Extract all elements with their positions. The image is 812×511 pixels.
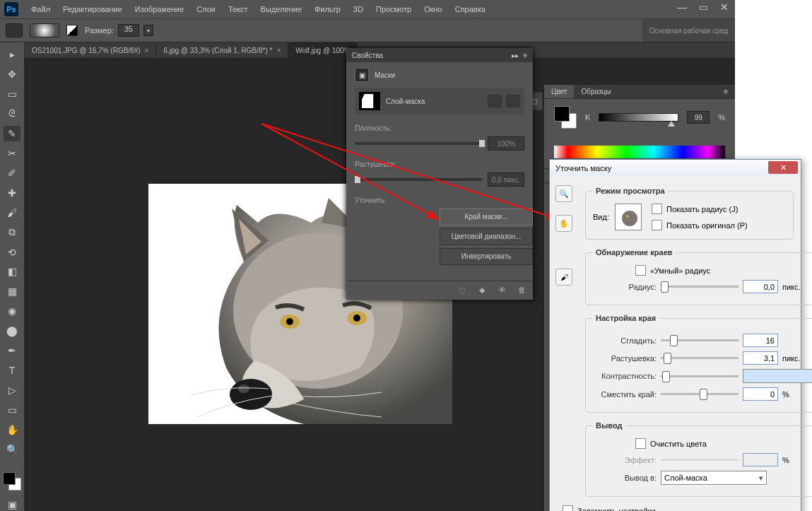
dialog-close-button[interactable]: ✕ — [768, 161, 798, 174]
close-button[interactable]: ✕ — [714, 0, 735, 14]
brush-preview-icon[interactable] — [30, 23, 59, 37]
refine-brush-icon[interactable]: 🖌 — [555, 269, 572, 286]
color-swatch-icon[interactable] — [3, 472, 21, 491]
delete-mask-icon[interactable]: 🗑 — [516, 286, 527, 295]
title-bar: Ps Файл Редактирование Изображение Слои … — [0, 0, 735, 18]
marquee-tool[interactable]: ▭ — [4, 86, 20, 102]
smart-radius-checkbox[interactable] — [635, 265, 646, 276]
path-select-tool[interactable]: ▷ — [4, 382, 20, 398]
maximize-button[interactable]: ▭ — [693, 0, 714, 14]
disable-mask-icon[interactable]: 👁 — [496, 286, 507, 295]
document-tab[interactable]: 6.jpg @ 33,3% (Слой 1, RGB/8*) *× — [156, 42, 288, 58]
zoom-tool[interactable]: 🔍 — [4, 442, 20, 457]
gradient-tool[interactable]: ▦ — [4, 283, 20, 299]
density-value[interactable]: 100% — [488, 136, 524, 151]
type-tool[interactable]: T — [4, 363, 20, 378]
color-range-button[interactable]: Цветовой диапазон... — [440, 228, 533, 245]
pen-tool[interactable]: ✒ — [4, 343, 20, 358]
tab-color[interactable]: Цвет — [544, 85, 574, 98]
panel-menu-icon[interactable]: ≡ — [523, 52, 527, 59]
color-value-input[interactable]: 99 — [687, 111, 710, 124]
feather-value[interactable]: 0,0 пикс. — [488, 172, 524, 187]
menu-item[interactable]: Фильтр — [309, 3, 346, 16]
tab-swatches[interactable]: Образцы — [574, 85, 618, 98]
menu-item[interactable]: Окно — [418, 3, 448, 16]
radius-slider[interactable] — [661, 286, 739, 288]
collapse-icon[interactable]: ▸▸ — [512, 52, 519, 59]
document-tab[interactable]: OS21001.JPG @ 16,7% (RGB/8#)× — [25, 42, 156, 58]
edge-detection-group: Обнаружение краев «Умный» радиус Радиус:… — [585, 248, 812, 305]
workspace-switcher[interactable]: Основная рабочая сред — [642, 19, 735, 42]
panel-menu-icon[interactable]: ≡ — [717, 85, 735, 98]
show-radius-checkbox[interactable] — [652, 204, 662, 214]
move-tool[interactable]: ✥ — [4, 66, 20, 82]
lasso-tool[interactable]: ᘓ — [4, 106, 20, 122]
blur-tool[interactable]: ◉ — [4, 303, 20, 319]
remember-checkbox[interactable] — [563, 505, 573, 511]
menu-item[interactable]: Справка — [449, 3, 491, 16]
history-brush-tool[interactable]: ⟲ — [4, 245, 20, 260]
hand-tool-icon[interactable]: ✋ — [555, 215, 572, 232]
brush-tool[interactable]: 🖌 — [4, 205, 20, 221]
menu-item[interactable]: Изображение — [129, 3, 189, 16]
feather-input[interactable] — [743, 351, 778, 365]
crop-tool[interactable]: ✂ — [4, 146, 20, 161]
collapse-icon[interactable]: ▸ — [4, 47, 20, 62]
brush-size-dropdown-icon[interactable]: ▾ — [143, 25, 153, 36]
shape-tool[interactable]: ▭ — [4, 402, 20, 418]
color-spectrum[interactable] — [554, 146, 725, 158]
menu-item[interactable]: Слои — [191, 3, 221, 16]
vector-mask-icon[interactable] — [506, 95, 520, 107]
contrast-input[interactable] — [743, 369, 812, 383]
mask-thumbnail[interactable] — [359, 92, 380, 110]
menu-item[interactable]: Выделение — [255, 3, 307, 16]
eyedropper-tool[interactable]: ✐ — [4, 165, 20, 181]
density-slider[interactable] — [355, 142, 482, 145]
apply-mask-icon[interactable]: ◆ — [476, 286, 488, 295]
zoom-tool-icon[interactable]: 🔍 — [555, 185, 572, 202]
show-original-checkbox[interactable] — [652, 220, 662, 230]
output-to-select[interactable]: Слой-маска — [661, 471, 767, 485]
quick-select-tool[interactable]: ✎ — [4, 126, 20, 141]
load-selection-icon[interactable]: ◌ — [457, 286, 468, 295]
shift-input[interactable] — [743, 387, 778, 401]
smooth-input[interactable] — [743, 334, 778, 347]
quickmask-toggle[interactable]: ▣ — [4, 497, 20, 511]
minimize-button[interactable]: — — [671, 0, 693, 14]
dodge-tool[interactable]: ⬤ — [4, 323, 20, 339]
smooth-slider[interactable] — [661, 339, 739, 341]
tab-close-icon[interactable]: × — [145, 47, 149, 54]
brush-size-input[interactable]: 35 — [118, 24, 139, 37]
menu-item[interactable]: 3D — [348, 3, 369, 16]
menu-item[interactable]: Просмотр — [370, 3, 417, 16]
feather-slider[interactable] — [661, 357, 739, 359]
tab-close-icon[interactable]: × — [276, 47, 281, 54]
view-mode-thumbnail[interactable] — [615, 204, 642, 230]
unit-label: пикс. — [782, 354, 808, 363]
stamp-tool[interactable]: ⧉ — [4, 225, 20, 240]
shift-slider[interactable] — [661, 393, 739, 395]
svg-point-11 — [622, 211, 637, 226]
eraser-tool[interactable]: ◧ — [4, 264, 20, 279]
radius-input[interactable] — [743, 280, 778, 293]
pixel-mask-icon[interactable] — [488, 95, 502, 107]
color-fgbg-icon[interactable] — [554, 106, 577, 129]
output-to-label: Вывод в: — [593, 474, 657, 482]
menu-item[interactable]: Редактирование — [57, 3, 128, 16]
healing-tool[interactable]: ✚ — [4, 185, 20, 201]
menu-item[interactable]: Текст — [223, 3, 254, 16]
invert-button[interactable]: Инвертировать — [440, 248, 533, 265]
fieldset-legend: Настройка края — [593, 314, 659, 322]
swatch-toggle-icon[interactable] — [66, 25, 78, 36]
tool-preset-icon[interactable] — [6, 23, 23, 37]
decontaminate-checkbox[interactable] — [635, 438, 646, 449]
menu-item[interactable]: Файл — [25, 3, 56, 16]
effect-input — [743, 453, 778, 466]
contrast-slider[interactable] — [661, 375, 739, 377]
color-slider[interactable] — [599, 113, 678, 122]
refine-edge-button[interactable]: Край маски... — [440, 208, 533, 225]
feather-slider[interactable] — [355, 178, 482, 181]
hand-tool[interactable]: ✋ — [4, 422, 20, 437]
checkbox-label: Запомнить настройки — [577, 507, 656, 512]
dialog-titlebar[interactable]: Уточнить маску ✕ — [550, 160, 801, 177]
